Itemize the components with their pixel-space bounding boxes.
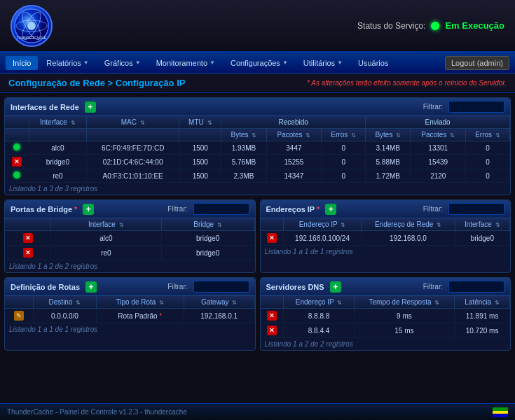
col-latency[interactable]: Latência ⇅ [455, 296, 510, 309]
dns-table: Endereço IP ⇅ Tempo de Resposta ⇅ Latênc… [261, 296, 511, 338]
row-mac: 02:1D:C4:6C:44:00 [86, 155, 179, 169]
nav-item-monitoramento[interactable]: Monitoramento ▼ [149, 56, 222, 70]
nav-item-utilitarios[interactable]: Utilitários ▼ [296, 56, 350, 70]
chevron-down-icon: ▼ [210, 59, 215, 66]
ip-addresses-filter-input[interactable] [448, 203, 504, 215]
dns-filter-input[interactable] [448, 281, 504, 293]
nav-item-relatorios[interactable]: Relatórios ▼ [39, 56, 95, 70]
row-action: ✕ [261, 323, 284, 338]
row-snd-packets: 2120 [411, 169, 466, 183]
col-interface[interactable]: Interface ⇅ [29, 116, 86, 129]
row-rec-errors: 0 [322, 169, 366, 183]
row-snd-errors: 0 [466, 169, 510, 183]
delete-icon[interactable]: ✕ [12, 157, 22, 167]
ip-addresses-title: Endereços IP * [266, 205, 320, 214]
delete-icon[interactable]: ✕ [267, 233, 277, 243]
row-rec-bytes: 1.93MB [221, 141, 266, 155]
routes-table: Destino ⇅ Tipo de Rota ⇅ Gateway ⇅ ✎ 0.0… [5, 296, 255, 323]
dns-add-button[interactable]: + [330, 281, 341, 293]
status-green-icon [13, 144, 20, 150]
col-mac[interactable]: MAC ⇅ [86, 116, 179, 129]
col-ip[interactable]: Endereço IP ⇅ [283, 218, 362, 231]
logout-button[interactable]: Logout (admin) [445, 56, 509, 70]
row-status [5, 141, 29, 155]
row-snd-errors: 0 [466, 141, 510, 155]
nav-item-configuracoes[interactable]: Configurações ▼ [224, 56, 295, 70]
row-mac: 6C:F0:49:FE:7D:CD [86, 141, 179, 155]
dns-section: Servidores DNS + Filtrar: Endereço IP ⇅ … [260, 277, 511, 351]
interfaces-section: Interfaces de Rede + Filtrar: Interface … [4, 97, 511, 195]
routes-filter-input[interactable] [193, 281, 249, 293]
routes-filter-label: Filtrar: [167, 283, 187, 290]
ip-addresses-header: Endereços IP * + Filtrar: [261, 200, 511, 218]
row-action: ✕ [261, 231, 284, 246]
row-destination: 0.0.0.0/0 [34, 309, 97, 323]
col-bridge[interactable]: Bridge ⇅ [161, 218, 254, 231]
nav-item-inicio[interactable]: Início [6, 56, 38, 70]
col-interface[interactable]: Interface ⇅ [51, 218, 162, 231]
dns-listing: Listando 1 a 2 de 2 registros [261, 338, 511, 350]
col-route-type[interactable]: Tipo de Rota ⇅ [96, 296, 184, 309]
logo-icon: THUNDERCACHE [11, 5, 53, 47]
routes-title: Definição de Rotas [11, 283, 80, 291]
col-action [261, 218, 284, 231]
delete-icon[interactable]: ✕ [23, 233, 33, 243]
col-network[interactable]: Endereço de Rede ⇅ [362, 218, 455, 231]
row-rec-errors: 0 [322, 155, 366, 169]
col-ip[interactable]: Endereço IP ⇅ [284, 296, 354, 309]
table-row: ✕ 8.8.4.4 15 ms 10.720 ms [261, 323, 510, 338]
interfaces-add-button[interactable]: + [85, 102, 96, 113]
row-interface: alc0 [51, 231, 162, 246]
col-interface[interactable]: Interface ⇅ [455, 218, 509, 231]
col-snd-packets[interactable]: Pacotes ⇅ [411, 129, 466, 141]
bridge-ports-section: Portas de Bridge * + Filtrar: Interface … [4, 200, 256, 273]
routes-header: Definição de Rotas + Filtrar: [5, 278, 255, 296]
table-row: re0 A0:F3:C1:01:10:EE 1500 2.3MB 14347 0… [5, 169, 510, 183]
chevron-down-icon: ▼ [337, 59, 343, 66]
ip-addresses-listing: Listando 1 a 1 de 1 registros [261, 246, 511, 258]
col-snd-bytes[interactable]: Bytes ⇅ [366, 129, 411, 141]
nav-item-graficos[interactable]: Gráficos ▼ [97, 56, 148, 70]
bridge-ports-add-button[interactable]: + [83, 204, 94, 215]
row-mac: A0:F3:C1:01:10:EE [86, 169, 179, 183]
ip-addresses-add-button[interactable]: + [325, 204, 336, 215]
footer: ThunderCache - Painel de Controle v1.2.3… [0, 403, 515, 420]
row-type: Rota Padrão * [96, 309, 184, 323]
row-ip: 8.8.8.8 [284, 309, 354, 323]
delete-icon[interactable]: ✕ [267, 311, 277, 321]
row-snd-errors: 0 [466, 155, 510, 169]
two-col-row2: Definição de Rotas + Filtrar: Destino ⇅ … [4, 277, 511, 355]
col-action [5, 296, 34, 309]
col-destination[interactable]: Destino ⇅ [34, 296, 97, 309]
col-mac2 [86, 129, 179, 141]
col-rec-errors[interactable]: Erros ⇅ [322, 129, 366, 141]
col-empty [5, 129, 29, 141]
col-response[interactable]: Tempo de Resposta ⇅ [354, 296, 454, 309]
row-rec-bytes: 5.76MB [221, 155, 266, 169]
row-response: 9 ms [354, 309, 454, 323]
row-snd-bytes: 1.72MB [366, 169, 411, 183]
row-snd-bytes: 3.14MB [366, 141, 411, 155]
col-snd-errors[interactable]: Erros ⇅ [466, 129, 510, 141]
row-mtu: 1500 [179, 155, 221, 169]
brazil-flag-icon [493, 407, 508, 417]
row-rec-errors: 0 [322, 141, 366, 155]
col-mtu[interactable]: MTU ⇅ [179, 116, 221, 129]
row-network: 192.168.0.0 [362, 231, 455, 246]
status-indicator [431, 22, 439, 30]
delete-icon[interactable]: ✕ [267, 326, 277, 335]
bridge-ports-filter-input[interactable] [193, 203, 249, 215]
ip-addresses-section: Endereços IP * + Filtrar: Endereço IP ⇅ … [260, 200, 511, 273]
edit-icon[interactable]: ✎ [14, 311, 24, 321]
col-gateway[interactable]: Gateway ⇅ [184, 296, 254, 309]
nav-item-usuarios[interactable]: Usuários [351, 56, 395, 70]
status-area: Status do Serviço: Em Execução [357, 20, 504, 31]
routes-add-button[interactable]: + [85, 281, 97, 293]
col-status [5, 116, 29, 129]
row-interface: re0 [51, 246, 162, 260]
col-rec-packets[interactable]: Pacotes ⇅ [266, 129, 322, 141]
col-rec-bytes[interactable]: Bytes ⇅ [221, 129, 266, 141]
delete-icon[interactable]: ✕ [23, 248, 33, 258]
interfaces-filter-input[interactable] [448, 101, 504, 113]
row-action: ✕ [261, 309, 284, 323]
